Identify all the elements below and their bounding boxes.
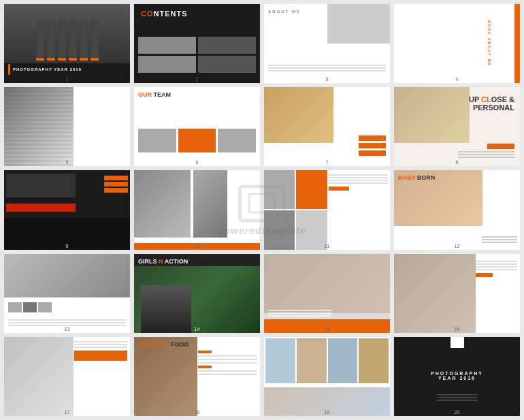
slide-6-title: OUR TEAM	[138, 91, 171, 98]
slide-9-orange-blocks	[104, 176, 128, 193]
slide-14-title: GIRLS N ACTION	[138, 258, 188, 265]
slide-7-number: 7	[326, 160, 329, 165]
slide-5-number: 5	[66, 160, 69, 165]
slide-8[interactable]: UP CLOSE & PERSONAL 8	[394, 87, 520, 166]
slide-6[interactable]: OUR TEAM 6	[134, 87, 260, 166]
slide-7-photo	[264, 87, 333, 142]
slide-8-number: 8	[456, 160, 459, 165]
slide-13-small-photos	[8, 302, 52, 312]
slide-3-title: ABOUT ME	[268, 8, 301, 14]
slide-10-fashion	[134, 170, 191, 238]
slide-16-text	[476, 261, 517, 277]
slide-11-photos	[264, 170, 327, 249]
slide-3-number: 3	[326, 77, 329, 82]
slide-8-orange-tag	[487, 144, 514, 149]
slide-20-logo-rect	[451, 337, 464, 348]
slide-1-bottom: PHOTOGRAPHY YEAR 2016	[4, 64, 130, 75]
slide-9[interactable]: 9	[4, 170, 130, 249]
slide-13-number: 13	[65, 327, 70, 332]
slide-10[interactable]: 10	[134, 170, 260, 249]
slide-6-number: 6	[196, 160, 199, 165]
slide-9-audience	[6, 174, 76, 197]
slide-3[interactable]: ABOUT ME 3	[264, 4, 390, 83]
slide-17[interactable]: 17	[4, 337, 130, 416]
slide-4-orange-bar	[514, 4, 520, 83]
slide-8-photo	[394, 87, 470, 142]
slide-12[interactable]: BABY BORN 12	[394, 170, 520, 249]
slide-16-photo	[394, 254, 476, 333]
slide-9-number: 9	[66, 244, 69, 248]
slide-20-sub	[437, 393, 478, 402]
slide-11[interactable]: 11	[264, 170, 390, 249]
slide-7-orange-blocks	[359, 135, 386, 156]
slide-8-desc	[458, 151, 514, 159]
slide-3-text	[268, 65, 386, 73]
slide-15-text	[268, 310, 331, 318]
slide-19[interactable]: 19	[264, 337, 390, 416]
slide-2-thumbs	[138, 37, 256, 73]
slide-1-title: PHOTOGRAPHY YEAR 2016	[13, 67, 82, 71]
slide-4-side-text: MORE ABOUT ME	[488, 20, 492, 67]
slide-6-photos	[138, 129, 256, 152]
slide-14-camera	[141, 285, 191, 333]
slide-15-number: 15	[325, 327, 330, 332]
slide-17-number: 17	[65, 410, 70, 415]
slide-16-number: 16	[455, 327, 460, 332]
slide-7[interactable]: 7	[264, 87, 390, 166]
slides-grid: PHOTOGRAPHY YEAR 2016 1 CONTENTS 2 ABOUT…	[0, 0, 524, 420]
slide-4-number: 4	[456, 77, 459, 82]
slide-17-text	[74, 341, 127, 361]
slide-20-title: PHOTOGRAPHY YEAR 2016	[425, 370, 489, 380]
slide-18-photo	[134, 337, 197, 416]
slide-16[interactable]: 16	[394, 254, 520, 333]
slide-8-title: UP CLOSE & PERSONAL	[469, 95, 514, 112]
slide-12-title: BABY BORN	[398, 174, 435, 181]
slide-1-number: 1	[66, 77, 69, 82]
slide-5[interactable]: 5	[4, 87, 130, 166]
slide-10-bw	[193, 170, 227, 238]
slide-18-number: 18	[195, 410, 200, 415]
slide-15-photo	[264, 254, 390, 313]
slide-18-title: DELICACY FOOD	[138, 341, 189, 348]
slide-19-number: 19	[325, 410, 330, 415]
slide-2[interactable]: CONTENTS 2	[134, 4, 260, 83]
slide-1-photo	[4, 4, 130, 63]
slide-4[interactable]: MORE ABOUT ME 4	[394, 4, 520, 83]
slide-19-collage	[264, 337, 390, 385]
slide-1[interactable]: PHOTOGRAPHY YEAR 2016 1	[4, 4, 130, 83]
slide-17-photo	[4, 337, 73, 416]
slide-14-number: 14	[195, 327, 200, 332]
slide-13-photo	[4, 254, 130, 297]
slide-11-text	[329, 174, 388, 191]
slide-13[interactable]: 13	[4, 254, 130, 333]
slide-20-number: 20	[455, 410, 460, 415]
slide-5-portrait	[4, 87, 73, 166]
slide-14[interactable]: GIRLS N ACTION 14	[134, 254, 260, 333]
slide-12-text	[482, 236, 517, 244]
slide-18[interactable]: DELICACY FOOD 18	[134, 337, 260, 416]
slide-10-number: 10	[195, 244, 200, 248]
slide-20[interactable]: PHOTOGRAPHY YEAR 2016 20	[394, 337, 520, 416]
slide-9-red-stripe	[6, 204, 76, 212]
slide-2-number: 2	[196, 77, 199, 82]
slide-18-list	[198, 351, 257, 375]
slide-3-photo	[327, 4, 391, 44]
slide-15[interactable]: 15	[264, 254, 390, 333]
slide-2-title: CONTENTS	[141, 10, 188, 18]
slide-12-number: 12	[455, 244, 460, 248]
slide-11-number: 11	[325, 244, 330, 248]
